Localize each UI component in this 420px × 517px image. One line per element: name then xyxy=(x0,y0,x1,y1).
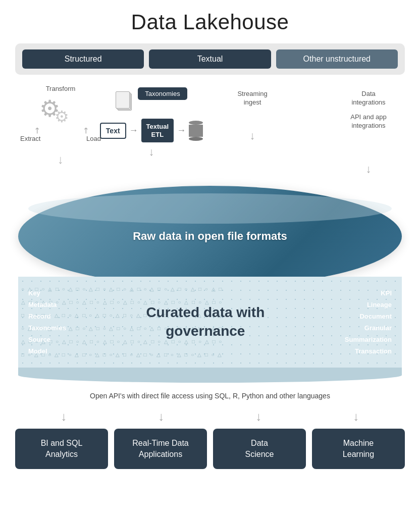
stacked-pages-icon xyxy=(116,91,134,114)
label-document: Document xyxy=(345,313,392,320)
api-integrations-label: API and app integrations xyxy=(350,113,387,130)
lake-left-labels: Key Metadata Record Taxonomies Source Mo… xyxy=(28,289,66,355)
lake-top: Raw data in open file formats xyxy=(18,186,402,287)
text-box: Text xyxy=(100,123,126,139)
label-lineage: Lineage xyxy=(345,301,392,308)
label-kpi: KPI xyxy=(345,289,392,297)
structured-etl: Transform ⚙ ⚙ Extract Load ↗ ↗ ↓ xyxy=(20,85,101,167)
label-summarization: Summarization xyxy=(345,336,392,343)
arrow-bi: ↓ xyxy=(21,409,107,424)
arrow-ml: ↓ xyxy=(313,409,399,424)
streaming-label: Streaming ingest xyxy=(237,90,267,107)
output-datascience: DataScience xyxy=(213,429,306,470)
label-transaction: Transaction xyxy=(345,347,392,355)
textual-etl: Taxonomies Text → Textual ETL → ↓ xyxy=(101,87,202,159)
transform-label: Transform xyxy=(46,85,76,92)
flow-arrow-1: → xyxy=(129,125,138,136)
api-text: Open API's with direct file access using… xyxy=(90,391,330,401)
label-taxonomies: Taxonomies xyxy=(28,324,66,332)
taxonomies-box: Taxonomies xyxy=(138,87,187,100)
textual-box: Textual xyxy=(149,49,271,69)
curated-data-text: Curated data withgovernance xyxy=(146,303,265,340)
gear-small-icon: ⚙ xyxy=(55,107,69,126)
output-boxes: BI and SQLAnalytics Real-Time DataApplic… xyxy=(15,429,405,470)
lake-body-content: Key Metadata Record Taxonomies Source Mo… xyxy=(18,279,402,365)
structured-box: Structured xyxy=(22,49,144,69)
api-down-arrow: ↓ xyxy=(366,163,372,176)
arrow-realtime: ↓ xyxy=(119,409,204,424)
streaming-api-section: Streaming ingest ↓ Data integrations API… xyxy=(202,87,419,176)
lake-right-labels: KPI Lineage Document Granular Summarizat… xyxy=(345,289,392,355)
unstructured-box: Other unstructured xyxy=(276,49,398,69)
api-part: Data integrations API and app integratio… xyxy=(318,90,419,176)
flow-arrow-2: → xyxy=(177,125,186,136)
textual-down-arrow: ↓ xyxy=(149,145,154,159)
extract-label: Extract xyxy=(20,135,40,142)
output-ml: MachineLearning xyxy=(312,429,405,470)
label-metadata: Metadata xyxy=(28,301,66,308)
lake-bottom-ellipse xyxy=(18,368,402,383)
etl-down-arrow: ↓ xyxy=(58,152,64,167)
label-record: Record xyxy=(28,313,66,320)
output-realtime: Real-Time DataApplications xyxy=(114,429,207,470)
ingestion-section: Transform ⚙ ⚙ Extract Load ↗ ↗ ↓ Taxono xyxy=(15,85,405,176)
label-key: Key xyxy=(28,289,66,297)
etl-box: Textual ETL xyxy=(141,119,174,142)
page-title: Data Lakehouse xyxy=(131,10,289,34)
db-cylinder-icon xyxy=(189,121,203,141)
data-integrations-label: Data integrations xyxy=(351,90,385,107)
streaming-down-arrow: ↓ xyxy=(250,129,255,142)
output-bi: BI and SQLAnalytics xyxy=(15,429,108,470)
streaming-part: Streaming ingest ↓ xyxy=(202,90,303,176)
label-granular: Granular xyxy=(345,324,392,332)
lake-body: ○ △ □ ○ △ □ ○ △ □ ○ △ □ ○ △ □ ○ △ □ ○ △ … xyxy=(18,277,402,368)
arrow-datascience: ↓ xyxy=(216,409,302,424)
text-etl-row: Text → Textual ETL → xyxy=(100,119,203,142)
output-arrows: ↓ ↓ ↓ ↓ xyxy=(15,409,405,424)
load-label: Load xyxy=(86,135,101,142)
label-model: Model xyxy=(28,347,66,355)
label-source: Source xyxy=(28,336,66,343)
raw-data-text: Raw data in open file formats xyxy=(133,230,287,243)
data-sources-section: Structured Textual Other unstructured xyxy=(15,43,405,75)
lake-container: Raw data in open file formats ○ △ □ ○ △ … xyxy=(18,186,402,383)
